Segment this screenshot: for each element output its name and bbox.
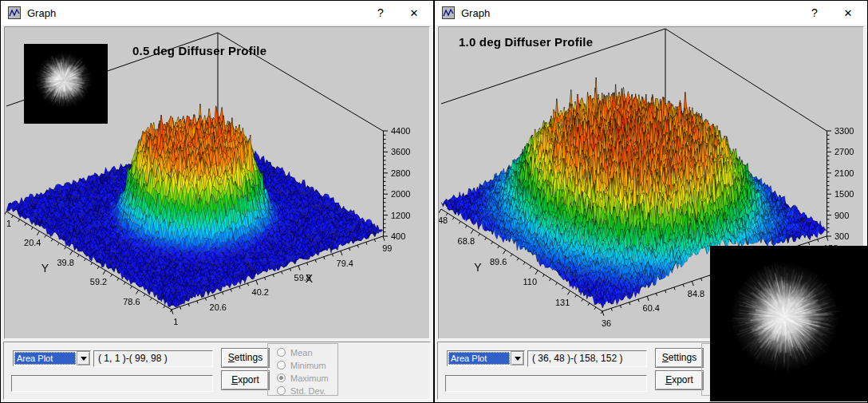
radio-std-dev[interactable]: Std. Dev. xyxy=(277,385,337,397)
chevron-down-icon xyxy=(515,357,521,361)
settings-button[interactable]: Settings xyxy=(655,348,704,368)
combobox-dropdown-button[interactable] xyxy=(511,351,524,365)
plot-title: 1.0 deg Diffuser Profile xyxy=(459,35,593,49)
radio-label: Std. Dev. xyxy=(290,386,326,396)
export-button[interactable]: Export xyxy=(655,370,704,390)
radio-maximum[interactable]: Maximum xyxy=(277,372,337,384)
statistic-radio-group: Mean Minimum Maximum Std. Dev. xyxy=(267,343,338,396)
graph-window-right: Graph ? ✕ 1.0 deg Diffuser Profile Area … xyxy=(434,0,868,403)
value-field[interactable] xyxy=(445,375,647,392)
toolbar: Area Plot ( 1, 1 )-( 99, 98 ) Settings E… xyxy=(3,342,431,400)
plot-type-combobox[interactable]: Area Plot xyxy=(13,350,91,366)
speckle-inset-image xyxy=(24,44,108,124)
title-bar[interactable]: Graph ? ✕ xyxy=(1,1,433,25)
plot-title: 0.5 deg Diffuser Profile xyxy=(132,44,266,57)
radio-icon xyxy=(277,361,286,369)
help-button[interactable]: ? xyxy=(364,1,397,25)
plot-area: 0.5 deg Diffuser Profile xyxy=(4,26,430,339)
radio-mean[interactable]: Mean xyxy=(277,346,337,358)
combobox-dropdown-button[interactable] xyxy=(77,351,90,365)
plot-type-value: Area Plot xyxy=(14,352,76,365)
plot-type-combobox[interactable]: Area Plot xyxy=(447,350,525,366)
plot-type-value: Area Plot xyxy=(448,352,510,365)
chevron-down-icon xyxy=(81,357,87,361)
window-title: Graph xyxy=(27,7,364,19)
radio-minimum[interactable]: Minimum xyxy=(277,359,337,371)
window-title: Graph xyxy=(461,7,798,19)
region-field[interactable]: ( 36, 48 )-( 158, 152 ) xyxy=(527,350,647,367)
radio-selected-icon xyxy=(277,373,286,382)
app-icon xyxy=(442,6,455,19)
app-icon xyxy=(8,6,21,19)
close-button[interactable]: ✕ xyxy=(831,1,865,25)
radio-label: Mean xyxy=(290,348,313,358)
export-button[interactable]: Export xyxy=(221,370,270,390)
help-button[interactable]: ? xyxy=(798,1,831,25)
radio-icon xyxy=(277,348,286,357)
close-button[interactable]: ✕ xyxy=(397,1,431,25)
radio-label: Maximum xyxy=(290,373,329,383)
title-bar[interactable]: Graph ? ✕ xyxy=(435,1,867,25)
region-field[interactable]: ( 1, 1 )-( 99, 98 ) xyxy=(93,350,213,367)
settings-button[interactable]: Settings xyxy=(221,348,270,368)
client-area: 0.5 deg Diffuser Profile Area Plot ( 1, … xyxy=(1,25,433,402)
speckle-inset-image xyxy=(710,246,867,401)
radio-icon xyxy=(277,386,286,395)
graph-window-left: Graph ? ✕ 0.5 deg Diffuser Profile Area … xyxy=(0,0,434,403)
radio-label: Minimum xyxy=(290,361,326,370)
value-field[interactable] xyxy=(11,375,213,392)
